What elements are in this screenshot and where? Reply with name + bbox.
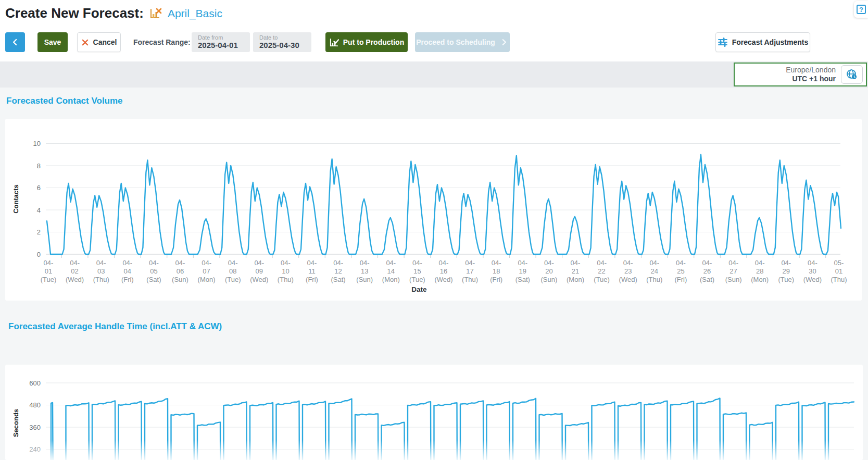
svg-text:04-22(Tue): 04-22(Tue) (594, 259, 610, 283)
svg-text:04-20(Sun): 04-20(Sun) (541, 259, 558, 283)
timezone-zone: Europe/London (786, 66, 836, 74)
chevron-left-icon (10, 37, 20, 47)
svg-text:600: 600 (29, 379, 41, 387)
svg-text:04-01(Tue): 04-01(Tue) (41, 259, 57, 283)
contact-volume-chart-card: 0246810Contacts04-01(Tue)04-02(Wed)04-03… (5, 119, 862, 301)
svg-text:04-09(Wed): 04-09(Wed) (250, 259, 268, 283)
date-from-placeholder: Date from (198, 34, 250, 41)
svg-text:360: 360 (29, 424, 41, 431)
put-to-production-label: Put to Production (343, 38, 404, 46)
svg-text:04-24(Thu): 04-24(Thu) (646, 259, 662, 283)
svg-text:04-19(Sat): 04-19(Sat) (515, 259, 530, 283)
svg-text:04-06(Sun): 04-06(Sun) (172, 259, 188, 283)
aht-chart[interactable]: 600480360240Seconds (5, 365, 863, 460)
svg-text:4: 4 (37, 206, 41, 214)
help-icon: ? (857, 5, 866, 14)
contact-volume-chart[interactable]: 0246810Contacts04-01(Tue)04-02(Wed)04-03… (5, 119, 862, 301)
svg-text:04-03(Thu): 04-03(Thu) (93, 259, 109, 283)
cancel-button-label: Cancel (93, 38, 117, 46)
svg-text:04-30(Wed): 04-30(Wed) (803, 259, 822, 283)
back-button[interactable] (5, 32, 25, 52)
sliders-icon (718, 38, 728, 47)
date-to-field[interactable]: Date to 2025-04-30 (253, 32, 311, 52)
svg-text:04-10(Thu): 04-10(Thu) (278, 259, 294, 283)
page-title: Create New Forecast: April_Basic (5, 5, 222, 21)
close-icon (81, 39, 89, 46)
svg-text:Seconds: Seconds (12, 409, 20, 437)
svg-text:8: 8 (37, 162, 41, 170)
forecast-range-label: Forecast Range: (133, 32, 191, 52)
svg-text:04-15(Tue): 04-15(Tue) (409, 259, 425, 283)
svg-text:04-21(Mon): 04-21(Mon) (567, 259, 584, 283)
svg-text:04-14(Mon): 04-14(Mon) (382, 259, 400, 283)
aht-section-title: Forecasted Average Handle Time (incl.ATT… (8, 321, 222, 332)
svg-text:04-18(Fri): 04-18(Fri) (490, 259, 502, 283)
timezone-offset: UTC +1 hour (786, 74, 836, 83)
svg-text:10: 10 (33, 140, 41, 147)
svg-text:04-05(Sat): 04-05(Sat) (146, 259, 161, 283)
svg-text:04-08(Tue): 04-08(Tue) (225, 259, 241, 283)
forecast-adjustments-button[interactable]: Forecast Adjustments (715, 32, 810, 52)
svg-text:04-13(Sun): 04-13(Sun) (356, 259, 373, 283)
timezone-box: Europe/London UTC +1 hour (734, 63, 867, 86)
proceed-to-scheduling-label: Proceed to Scheduling (416, 38, 495, 46)
put-to-production-button[interactable]: Put to Production (325, 32, 408, 52)
svg-text:04-26(Sat): 04-26(Sat) (700, 259, 714, 283)
forecast-adjustments-label: Forecast Adjustments (732, 38, 809, 46)
svg-text:0: 0 (37, 251, 41, 258)
svg-text:6: 6 (37, 184, 41, 192)
svg-text:2: 2 (37, 228, 41, 236)
svg-text:04-28(Mon): 04-28(Mon) (751, 259, 769, 283)
svg-text:04-23(Wed): 04-23(Wed) (619, 259, 637, 283)
svg-text:04-04(Fri): 04-04(Fri) (121, 259, 134, 283)
date-from-value: 2025-04-01 (198, 41, 250, 50)
svg-text:480: 480 (29, 401, 41, 409)
svg-text:04-27(Sun): 04-27(Sun) (725, 259, 742, 283)
date-to-value: 2025-04-30 (259, 41, 311, 50)
production-chart-check-icon (329, 38, 339, 47)
contact-volume-section-title: Forecasted Contact Volume (6, 96, 123, 106)
timezone-globe-button[interactable] (841, 65, 863, 84)
svg-text:04-11(Fri): 04-11(Fri) (306, 259, 318, 283)
svg-text:04-25(Fri): 04-25(Fri) (674, 259, 687, 283)
forecast-icon (149, 7, 162, 20)
forecast-name-link[interactable]: April_Basic (168, 7, 222, 20)
aht-chart-card: 600480360240Seconds (5, 365, 863, 460)
globe-clock-icon (846, 68, 858, 81)
svg-text:04-12(Sat): 04-12(Sat) (331, 259, 346, 283)
page-title-text: Create New Forecast: (5, 5, 144, 21)
svg-text:04-16(Wed): 04-16(Wed) (434, 259, 452, 283)
date-to-placeholder: Date to (259, 34, 311, 41)
save-button[interactable]: Save (37, 32, 68, 52)
proceed-to-scheduling-button[interactable]: Proceed to Scheduling (415, 32, 510, 52)
date-from-field[interactable]: Date from 2025-04-01 (192, 32, 250, 52)
svg-text:04-29(Tue): 04-29(Tue) (778, 259, 795, 283)
save-button-label: Save (44, 38, 61, 46)
help-button[interactable]: ? (854, 1, 868, 18)
svg-text:04-17(Thu): 04-17(Thu) (462, 259, 478, 283)
svg-text:240: 240 (29, 445, 41, 453)
chevron-right-icon (499, 38, 509, 47)
svg-text:04-02(Wed): 04-02(Wed) (66, 259, 84, 283)
svg-text:05-01(Thu): 05-01(Thu) (831, 259, 847, 283)
svg-text:Contacts: Contacts (12, 184, 20, 214)
cancel-button[interactable]: Cancel (77, 32, 121, 52)
svg-text:04-07(Mon): 04-07(Mon) (198, 259, 216, 283)
svg-text:Date: Date (411, 285, 427, 293)
